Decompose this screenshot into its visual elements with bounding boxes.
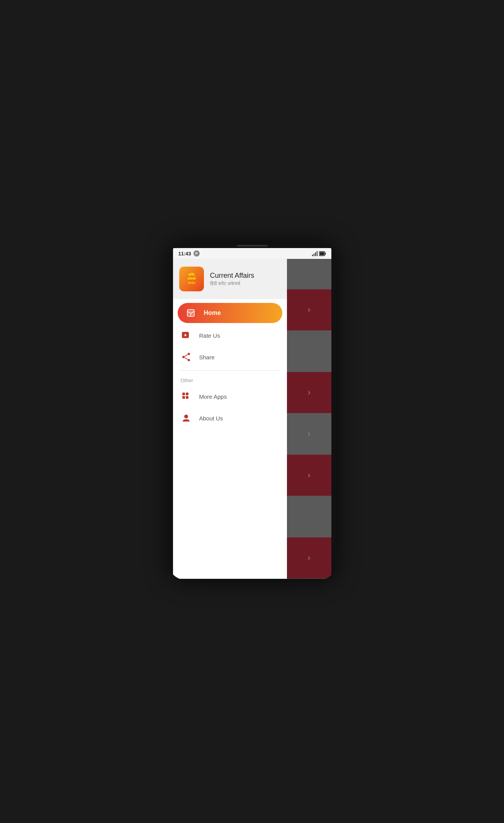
svg-rect-17: [186, 393, 188, 395]
other-section-label: Other: [173, 373, 287, 386]
app-subtitle: हिंदी करेंट अफेयर्स: [210, 281, 255, 286]
menu-item-share[interactable]: Share: [173, 346, 287, 368]
about-us-label: About Us: [199, 415, 223, 422]
svg-point-11: [188, 353, 190, 355]
svg-point-12: [182, 356, 185, 358]
drawer-header: करेंट अफेयर्स २०२० Current Affairs हिंदी…: [173, 259, 287, 299]
svg-rect-19: [182, 396, 185, 399]
app-logo: करेंट अफेयर्स २०२०: [179, 267, 204, 291]
battery-icon: [319, 251, 326, 256]
svg-rect-16: [182, 393, 185, 395]
menu-item-rate-us[interactable]: Rate Us: [173, 325, 287, 346]
right-panel-segment-8: ›: [287, 537, 331, 579]
status-left: 11:43 P: [178, 250, 200, 257]
share-label: Share: [199, 354, 215, 360]
chevron-right-icon-2: ›: [307, 388, 310, 398]
cube-icon: [185, 308, 196, 318]
svg-rect-6: [319, 252, 324, 255]
share-icon: [181, 352, 192, 362]
status-time: 11:43: [178, 251, 191, 257]
phone-speaker: [237, 245, 268, 247]
right-panel-segment-6: ›: [287, 455, 331, 496]
svg-marker-2: [314, 253, 314, 256]
right-panel-segment-5: ›: [287, 413, 331, 455]
menu-item-home[interactable]: Home: [178, 303, 282, 323]
divider: [179, 370, 281, 371]
menu-item-about-us[interactable]: About Us: [173, 407, 287, 429]
svg-point-22: [184, 415, 188, 418]
drawer: करेंट अफेयर्स २०२० Current Affairs हिंदी…: [173, 248, 287, 579]
phone-top-bar: [169, 243, 335, 248]
svg-rect-5: [325, 253, 326, 255]
phone-frame: 11:43 P: [169, 243, 335, 580]
svg-line-14: [185, 355, 188, 357]
menu-item-more-apps[interactable]: More Apps: [173, 386, 287, 407]
screen: 11:43 P: [173, 248, 331, 579]
right-panel-segment-7: [287, 496, 331, 537]
more-apps-label: More Apps: [199, 393, 227, 400]
person-icon: [181, 413, 192, 423]
chevron-right-icon-3: ›: [307, 429, 310, 439]
chevron-right-icon-1: ›: [307, 305, 310, 315]
status-bar: 11:43 P: [173, 248, 331, 259]
chevron-right-icon-5: ›: [307, 553, 310, 563]
svg-point-13: [188, 359, 190, 361]
signal-icon: [311, 251, 317, 256]
right-panel: › › › › ›: [287, 248, 331, 579]
home-label: Home: [204, 309, 221, 316]
app-logo-text: करेंट अफेयर्स २०२०: [187, 273, 195, 285]
app-title: Current Affairs: [210, 272, 255, 280]
svg-line-15: [185, 358, 188, 360]
right-panel-segment-3: [287, 331, 331, 372]
svg-marker-1: [315, 252, 316, 256]
svg-marker-0: [317, 251, 317, 256]
status-right: [311, 251, 326, 256]
right-panel-segment-2: ›: [287, 289, 331, 331]
svg-rect-20: [186, 396, 188, 399]
rate-us-icon: [181, 330, 192, 341]
svg-marker-3: [312, 255, 313, 256]
rate-us-label: Rate Us: [199, 332, 220, 339]
right-panel-segment-4: ›: [287, 372, 331, 413]
parking-icon: P: [193, 250, 200, 257]
more-apps-icon: [181, 391, 192, 402]
chevron-right-icon-4: ›: [307, 470, 310, 480]
app-title-block: Current Affairs हिंदी करेंट अफेयर्स: [210, 272, 255, 286]
